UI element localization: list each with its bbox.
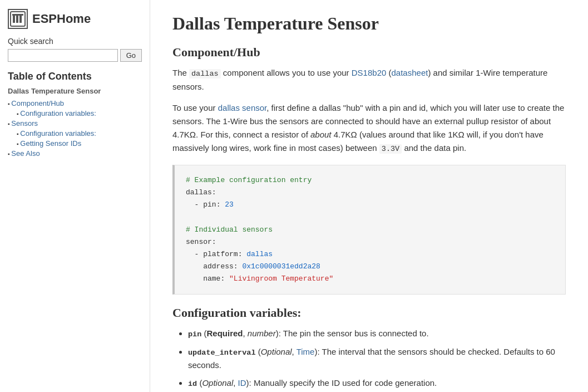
toc-item-component-hub: Component/Hub Configuration variables: [8, 99, 142, 117]
config-vars-list: pin (Required, number): The pin the sens… [172, 327, 566, 390]
svg-rect-1 [13, 15, 15, 23]
code-key-name: name [203, 275, 220, 283]
config-var-id: id (Optional, ID): Manually specify the … [188, 376, 566, 390]
toc-item-getting-ids: Getting Sensor IDs [17, 139, 142, 148]
code-val-platform: dallas [246, 250, 273, 258]
code-key-pin: pin [203, 200, 216, 209]
quick-search-label: Quick search [8, 37, 142, 46]
para1-text1: The [172, 68, 189, 77]
toc-item-config-sensors: Configuration variables: [17, 129, 142, 138]
svg-rect-4 [12, 14, 23, 16]
code-3v3: 3.3V [379, 144, 402, 154]
param-required-pin: Required [206, 329, 243, 338]
paragraph-1: The dallas component allows you to use y… [172, 66, 566, 94]
code-block-example: # Example configuration entry dallas: - … [172, 165, 566, 295]
code-key-platform: platform [203, 250, 238, 258]
search-row: Go [8, 49, 142, 62]
code-key-address: address [203, 262, 234, 271]
code-sep-1: : [216, 200, 225, 209]
toc-link-getting-ids[interactable]: Getting Sensor IDs [20, 139, 81, 148]
param-optional-ui: Optional [261, 347, 292, 356]
toc-sub-sensors: Configuration variables: Getting Sensor … [8, 129, 142, 148]
config-var-pin: pin (Required, number): The pin the sens… [188, 327, 566, 341]
code-colon-2: : [212, 238, 216, 246]
param-desc-pin: : The pin the sensor bus is connected to… [279, 329, 429, 338]
page-title: Dallas Temperature Sensor [172, 13, 566, 34]
section-config-vars: Configuration variables: [172, 306, 566, 320]
para1-text2: component allows you to use your [221, 68, 352, 77]
toc-item-see-also: See Also [8, 149, 142, 158]
paragraph-2: To use your dallas sensor, first define … [172, 101, 566, 155]
code-indent-3 [186, 262, 203, 271]
para1-code-dallas: dallas [189, 69, 221, 79]
logo-text: ESPHome [32, 12, 91, 26]
param-comma-ui: , [292, 347, 297, 356]
param-comma-id: , [233, 378, 238, 388]
toc-link-config-sensors[interactable]: Configuration variables: [20, 129, 96, 138]
toc-link-sensors[interactable]: Sensors [11, 119, 38, 128]
code-val-pin: 23 [225, 200, 234, 209]
search-input[interactable] [8, 49, 118, 62]
para1-paren1: ( [386, 68, 391, 77]
param-name-pin: pin [188, 330, 201, 339]
link-ds18b20[interactable]: DS18b20 [352, 68, 387, 77]
param-optional-id: Optional [202, 378, 233, 388]
param-name-id: id [188, 380, 197, 388]
code-indent-4 [186, 275, 203, 283]
code-indent-1: - [186, 200, 203, 209]
code-colon-1: : [212, 188, 216, 197]
code-sep-4: : [220, 275, 229, 283]
toc-list: Component/Hub Configuration variables: S… [8, 99, 142, 158]
code-comment-2: # Individual sensors [186, 226, 273, 234]
toc-link-component-hub[interactable]: Component/Hub [11, 99, 64, 107]
toc-item-sensors: Sensors Configuration variables: Getting… [8, 119, 142, 148]
svg-rect-2 [16, 15, 18, 23]
toc-link-config-hub[interactable]: Configuration variables: [20, 109, 96, 117]
main-content: Dallas Temperature Sensor Component/Hub … [150, 0, 588, 392]
code-sep-2: : [238, 250, 247, 258]
code-key-dallas: dallas [186, 188, 212, 197]
param-comma-pin: , [243, 329, 248, 338]
go-button[interactable]: Go [120, 49, 142, 62]
code-key-sensor: sensor [186, 238, 212, 246]
code-val-address: 0x1c0000031edd2a28 [242, 262, 320, 271]
code-indent-2: - [186, 250, 203, 258]
section-component-hub: Component/Hub [172, 45, 566, 60]
code-val-name: "Livingroom Temperature" [229, 275, 333, 283]
link-time[interactable]: Time [297, 347, 315, 356]
config-var-update-interval: update_interval (Optional, Time): The in… [188, 345, 566, 373]
param-type-pin: number [248, 329, 276, 338]
param-desc-id: : Manually specify the ID used for code … [249, 378, 437, 388]
code-sep-3: : [234, 262, 243, 271]
toc-title: Table of Contents [8, 71, 142, 82]
toc-page-title: Dallas Temperature Sensor [8, 87, 142, 95]
link-dallas-sensor[interactable]: dallas sensor [218, 103, 267, 112]
logo-icon [8, 9, 28, 29]
svg-rect-3 [19, 15, 22, 23]
param-name-update-interval: update_interval [188, 349, 256, 357]
code-comment-1: # Example configuration entry [186, 176, 312, 184]
link-id[interactable]: ID [238, 378, 246, 388]
sidebar: ESPHome Quick search Go Table of Content… [0, 0, 150, 392]
logo-area: ESPHome [8, 9, 142, 29]
toc-sub-component-hub: Configuration variables: [8, 109, 142, 117]
link-datasheet[interactable]: datasheet [392, 68, 428, 77]
toc-item-config-hub: Configuration variables: [17, 109, 142, 117]
toc-link-see-also[interactable]: See Also [11, 149, 39, 158]
